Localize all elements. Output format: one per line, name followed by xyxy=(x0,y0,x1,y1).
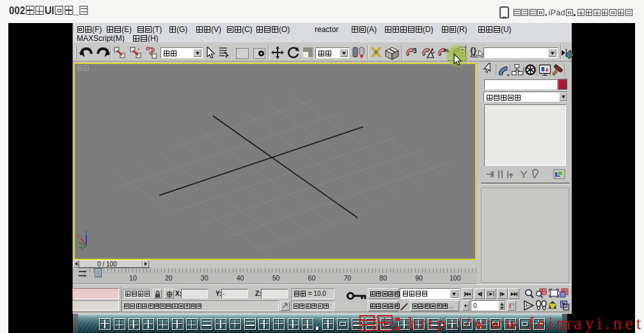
svg-text:x: x xyxy=(77,233,80,239)
svg-text:z: z xyxy=(85,229,88,234)
